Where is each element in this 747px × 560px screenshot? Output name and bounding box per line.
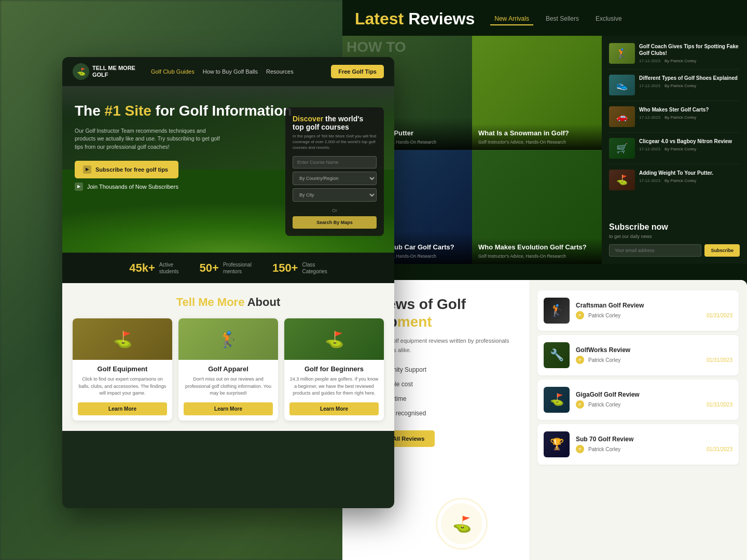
feature-cards-row: ⛳ Golf Equipment Click to find our exper… [73, 318, 384, 421]
sub70-author-avatar: P [576, 445, 584, 453]
nav-link-buy-balls[interactable]: How to Buy Golf Balls [203, 68, 258, 75]
stat-label-mentors: Professionalmentors [223, 261, 252, 275]
subscribe-form: Subscribe [609, 244, 740, 257]
howto-watermark: HOW TO [347, 40, 406, 54]
golf-beginners-card: ⛳ Golf for Beginners 24.3 million people… [284, 318, 384, 421]
reviews-tabs: New Arrivals Best Sellers Exclusive [490, 13, 626, 25]
play-icon-2: ▶ [75, 183, 83, 191]
sidebar-article-2-date: 17-12-2023 [639, 83, 660, 88]
sidebar-article-3-author: By Patrick Corley [665, 115, 696, 120]
sidebar-article-5-img: ⛳ [609, 170, 635, 190]
sidebar-article-3-meta: 17-12-2023 By Patrick Corley [639, 115, 740, 120]
sidebar-article-2-img: 👟 [609, 75, 635, 95]
course-name-input[interactable] [293, 156, 377, 169]
golf-equipment-image: ⛳ [73, 318, 172, 360]
subscribe-section: Subscribe now to get our daily news Subs… [602, 215, 747, 264]
sidebar-article-1[interactable]: 🏌️ Golf Coach Gives Tips for Spotting Fa… [609, 43, 740, 69]
sub70-review-img: 🏆 [544, 431, 570, 457]
sidebar-article-4-title: Clicgear 4.0 vs Bagboy Nitron Review [639, 138, 740, 145]
free-golf-tips-button[interactable]: Free Golf Tips [331, 65, 384, 78]
sidebar-article-2[interactable]: 👟 Different Types of Golf Shoes Explaine… [609, 75, 740, 101]
golf-equipment-desc: Click to find our expert comparisons on … [78, 376, 167, 397]
subscribe-now-button[interactable]: Subscribe [704, 244, 740, 257]
golf-apparel-card: 🏌️ Golf Apparel Don't miss out on our re… [178, 318, 278, 421]
golf-equipment-body: Golf Equipment Click to find our expert … [73, 360, 172, 421]
course-finder-title: Discover the world's top golf courses [293, 115, 377, 131]
nav-link-golf-club[interactable]: Golf Club Guides [151, 68, 195, 75]
hero-title-highlight: #1 Site [105, 103, 151, 119]
logo[interactable]: ⛳ TELL ME MOREGOLF [73, 63, 135, 80]
search-maps-button[interactable]: Search By Maps [293, 216, 377, 229]
main-website-card: ⛳ TELL ME MOREGOLF Golf Club Guides How … [62, 57, 394, 508]
craftsman-review-title: Craftsman Golf Review [576, 302, 732, 309]
golf-equipment-card: ⛳ Golf Equipment Click to find our exper… [73, 318, 172, 421]
subscribe-email-input[interactable] [609, 244, 701, 257]
golf-equipment-learn-more[interactable]: Learn More [78, 402, 167, 415]
tab-new-arrivals[interactable]: New Arrivals [490, 13, 533, 25]
latest-label: Latest [355, 9, 404, 28]
craftsman-review-info: Craftsman Golf Review P Patrick Corley 0… [576, 302, 732, 319]
course-finder-desc: In the pages of Tell Me More Golf you wi… [293, 133, 377, 151]
stat-categories: 150+ ClassCategories [272, 261, 327, 275]
golf-beginners-learn-more[interactable]: Learn More [289, 402, 379, 415]
sub70-review-info: Sub 70 Golf Review P Patrick Corley 01/3… [576, 436, 732, 453]
reviews-sidebar: 🏌️ Golf Coach Gives Tips for Spotting Fa… [602, 36, 747, 264]
sidebar-article-4-info: Clicgear 4.0 vs Bagboy Nitron Review 17-… [639, 138, 740, 159]
golfworks-author: Patrick Corley [588, 357, 620, 363]
tell-more-highlight: Tell Me More [176, 296, 245, 309]
sidebar-article-1-date: 17-12-2023 [639, 59, 660, 63]
sub70-review-title: Sub 70 Golf Review [576, 436, 732, 443]
review-item-sub70[interactable]: 🏆 Sub 70 Golf Review P Patrick Corley 01… [537, 424, 739, 465]
sidebar-article-2-title: Different Types of Golf Shoes Explained [639, 75, 740, 81]
review-card-2[interactable]: What Is a Snowman in Golf? Golf Instruct… [472, 36, 602, 150]
sidebar-article-5[interactable]: ⛳ Adding Weight To Your Putter. 17-12-20… [609, 170, 740, 195]
craftsman-review-meta: P Patrick Corley 01/31/2023 [576, 311, 732, 319]
stat-mentors: 50+ Professionalmentors [200, 261, 252, 275]
sidebar-article-1-title: Golf Coach Gives Tips for Spotting Fake … [639, 43, 740, 57]
review-card-4[interactable]: Who Makes Evolution Golf Carts? Golf Ins… [472, 150, 602, 264]
sidebar-article-4[interactable]: 🛒 Clicgear 4.0 vs Bagboy Nitron Review 1… [609, 138, 740, 164]
sidebar-article-3-date: 17-12-2023 [639, 115, 660, 120]
golf-equipment-title: Golf Equipment [78, 365, 167, 373]
sidebar-article-3[interactable]: 🚗 Who Makes Ster Golf Carts? 17-12-2023 … [609, 106, 740, 133]
nav-link-resources[interactable]: Resources [266, 68, 294, 75]
golf-apparel-image: 🏌️ [178, 318, 278, 360]
craftsman-date: 01/31/2023 [707, 313, 732, 318]
or-divider: Or [293, 208, 377, 213]
review-card-4-sub: Golf Instructor's Advice, Hands-On Resea… [478, 254, 596, 259]
review-card-4-title: Who Makes Evolution Golf Carts? [478, 243, 596, 252]
golfworks-review-img: 🔧 [544, 342, 570, 368]
review-item-gigagolf[interactable]: ⛳ GigaGolf Golf Review P Patrick Corley … [537, 380, 739, 420]
equip-title-ment: ment [397, 314, 432, 330]
subscribe-button[interactable]: ▶ Subscribe for free golf tips [75, 161, 178, 178]
golf-apparel-learn-more[interactable]: Learn More [184, 402, 273, 415]
tab-best-sellers[interactable]: Best Sellers [542, 13, 583, 25]
country-select[interactable]: By Country/Region [293, 172, 377, 185]
golf-apparel-body: Golf Apparel Don't miss out on our revie… [178, 360, 278, 421]
sidebar-article-1-info: Golf Coach Gives Tips for Spotting Fake … [639, 43, 740, 64]
sidebar-article-2-info: Different Types of Golf Shoes Explained … [639, 75, 740, 95]
logo-icon: ⛳ [73, 63, 89, 80]
golfworks-review-info: GolfWorks Review P Patrick Corley 01/31/… [576, 346, 732, 364]
gigagolf-review-info: GigaGolf Golf Review P Patrick Corley 01… [576, 391, 732, 409]
review-card-4-overlay: Who Makes Evolution Golf Carts? Golf Ins… [472, 238, 602, 264]
craftsman-author: Patrick Corley [588, 313, 620, 318]
reviews-word: Reviews [408, 9, 475, 28]
navbar: ⛳ TELL ME MOREGOLF Golf Club Guides How … [62, 57, 394, 87]
tab-exclusive[interactable]: Exclusive [591, 13, 626, 25]
review-item-craftsman[interactable]: 🏌️ Craftsman Golf Review P Patrick Corle… [537, 290, 739, 331]
logo-text: TELL ME MOREGOLF [92, 65, 135, 78]
reviews-title: Latest Reviews [355, 9, 475, 29]
sidebar-article-5-info: Adding Weight To Your Putter. 17-12-2023… [639, 170, 740, 190]
reviews-header: Latest Reviews New Arrivals Best Sellers… [342, 0, 747, 36]
golfworks-author-avatar: P [576, 356, 584, 364]
review-card-2-overlay: What Is a Snowman in Golf? Golf Instruct… [472, 124, 602, 150]
city-select[interactable]: By City [293, 188, 377, 202]
play-icon: ▶ [83, 165, 91, 174]
subscribe-title: Subscribe now [609, 222, 740, 232]
stat-label-categories: ClassCategories [302, 261, 327, 275]
gigagolf-review-title: GigaGolf Golf Review [576, 391, 732, 398]
review-item-golfworks[interactable]: 🔧 GolfWorks Review P Patrick Corley 01/3… [537, 335, 739, 375]
course-finder: Discover the world's top golf courses In… [285, 107, 384, 236]
review-card-2-sub: Golf Instructor's Advice, Hands-On Resea… [478, 139, 596, 145]
